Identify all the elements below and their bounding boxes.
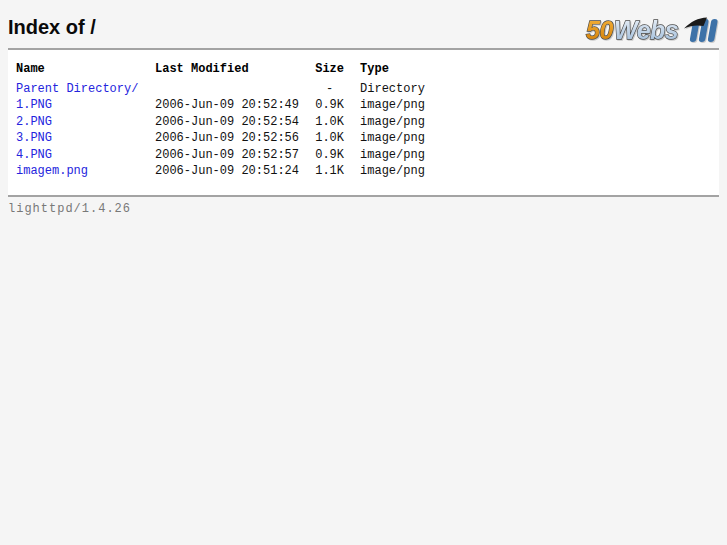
file-table-body: Parent Directory/-Directory1.PNG2006-Jun…: [16, 82, 439, 179]
file-link[interactable]: 3.PNG: [16, 131, 52, 145]
logo-m-flag-icon: [684, 18, 718, 43]
table-row: 1.PNG2006-Jun-09 20:52:490.9Kimage/png: [16, 98, 439, 113]
file-link[interactable]: 2.PNG: [16, 115, 52, 129]
file-type-cell: image/png: [360, 148, 439, 163]
server-signature: lighttpd/1.4.26: [8, 197, 719, 216]
file-link[interactable]: Parent Directory/: [16, 82, 138, 96]
file-name-cell: 1.PNG: [16, 98, 153, 113]
file-size-cell: 0.9K: [315, 98, 358, 113]
column-header-name: Name: [16, 62, 153, 80]
file-type-cell: image/png: [360, 98, 439, 113]
column-header-type: Type: [360, 62, 439, 80]
table-row: 3.PNG2006-Jun-09 20:52:561.0Kimage/png: [16, 131, 439, 146]
host-logo-link[interactable]: 50 Webs: [584, 15, 718, 45]
file-name-cell: Parent Directory/: [16, 82, 153, 97]
column-header-last-modified: Last Modified: [155, 62, 313, 80]
file-size-cell: 1.0K: [315, 131, 358, 146]
50webs-logo-icon: 50 Webs: [584, 15, 718, 45]
file-modified-cell: 2006-Jun-09 20:52:57: [155, 148, 313, 163]
file-modified-cell: 2006-Jun-09 20:52:49: [155, 98, 313, 113]
table-row: Parent Directory/-Directory: [16, 82, 439, 97]
file-link[interactable]: imagem.png: [16, 164, 88, 178]
directory-index-page: Index of / 50 Webs: [0, 0, 727, 224]
file-modified-cell: 2006-Jun-09 20:52:56: [155, 131, 313, 146]
file-size-cell: -: [315, 82, 358, 97]
table-row: 2.PNG2006-Jun-09 20:52:541.0Kimage/png: [16, 115, 439, 130]
directory-listing-panel: Name Last Modified Size Type Parent Dire…: [8, 48, 719, 197]
file-type-cell: image/png: [360, 164, 439, 179]
file-type-cell: image/png: [360, 115, 439, 130]
file-modified-cell: 2006-Jun-09 20:52:54: [155, 115, 313, 130]
table-row: imagem.png2006-Jun-09 20:51:241.1Kimage/…: [16, 164, 439, 179]
file-type-cell: image/png: [360, 131, 439, 146]
file-modified-cell: 2006-Jun-09 20:51:24: [155, 164, 313, 179]
file-size-cell: 0.9K: [315, 148, 358, 163]
file-modified-cell: [155, 82, 313, 97]
file-size-cell: 1.0K: [315, 115, 358, 130]
table-row: 4.PNG2006-Jun-09 20:52:570.9Kimage/png: [16, 148, 439, 163]
file-link[interactable]: 4.PNG: [16, 148, 52, 162]
file-name-cell: imagem.png: [16, 164, 153, 179]
file-name-cell: 2.PNG: [16, 115, 153, 130]
file-name-cell: 3.PNG: [16, 131, 153, 146]
file-type-cell: Directory: [360, 82, 439, 97]
file-link[interactable]: 1.PNG: [16, 98, 52, 112]
column-header-size: Size: [315, 62, 358, 80]
logo-text-50: 50: [586, 16, 613, 44]
file-name-cell: 4.PNG: [16, 148, 153, 163]
file-size-cell: 1.1K: [315, 164, 358, 179]
logo-text-webs: Webs: [614, 16, 679, 44]
table-header-row: Name Last Modified Size Type: [16, 62, 439, 80]
file-table: Name Last Modified Size Type Parent Dire…: [14, 60, 441, 181]
